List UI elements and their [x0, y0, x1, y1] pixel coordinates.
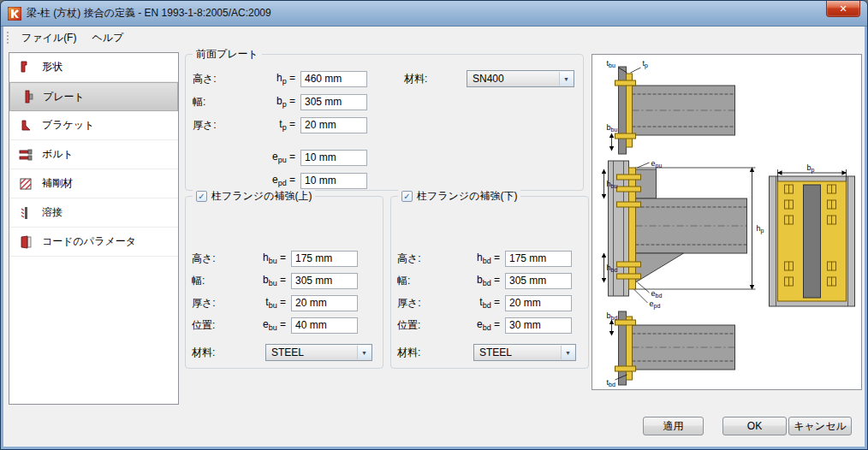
bracket-icon	[18, 118, 33, 133]
hp-symbol: hp =	[253, 72, 295, 86]
sidebar-item-bracket[interactable]: ブラケット	[9, 111, 178, 140]
menu-item-file[interactable]: ファイル(F)	[14, 27, 84, 49]
column-flange	[619, 67, 627, 154]
bbu-symbol: bbu =	[240, 274, 286, 287]
weld-icon	[18, 205, 33, 221]
front-material-value: SN400	[473, 73, 504, 85]
chevron-down-icon: ▼	[561, 346, 574, 359]
epu-input[interactable]	[300, 150, 367, 166]
upper-reinforcement-legend: 柱フランジの補強(上)	[211, 189, 312, 204]
tbd-label: 厚さ:	[397, 296, 449, 311]
bbu-input[interactable]	[291, 273, 358, 289]
hbu-input[interactable]	[291, 251, 358, 267]
bbd-symbol: bbd =	[449, 274, 500, 287]
tbu-input[interactable]	[291, 295, 358, 311]
diagram-side-view: epu hbu hbd hp ebd epd	[604, 159, 764, 310]
diagram-bottom-view: bbd tbd	[607, 311, 735, 388]
sidebar-item-label: 補剛材	[42, 176, 73, 191]
sidebar: 形状 プレート ブラケット	[9, 52, 179, 405]
front-material-select[interactable]: SN400 ▼	[467, 70, 574, 87]
sidebar-item-label: 溶接	[42, 205, 62, 220]
tp-label: 厚さ:	[193, 118, 253, 133]
ebu-input[interactable]	[291, 317, 358, 334]
close-button[interactable]: ✕	[826, 1, 860, 17]
dim-label-tp: tp	[643, 59, 649, 69]
hp-input[interactable]	[300, 71, 367, 87]
dim-label-bbd: bbd	[607, 311, 618, 321]
upper-reinforcement-checkbox[interactable]: ✓	[196, 191, 207, 202]
front-plate-legend: 前面プレート	[193, 47, 262, 62]
apply-button-label: 適用	[663, 419, 684, 434]
bbd-input[interactable]	[505, 273, 572, 289]
sidebar-item-plate[interactable]: プレート	[9, 82, 178, 111]
cancel-button[interactable]: キャンセル	[788, 417, 852, 435]
bolt	[617, 202, 641, 207]
shape-icon	[18, 60, 33, 75]
tbd-input[interactable]	[505, 295, 572, 311]
bolt	[617, 262, 641, 267]
chevron-down-icon: ▼	[559, 72, 573, 86]
epd-input[interactable]	[300, 173, 367, 189]
menu-bar: ファイル(F) ヘルプ	[3, 27, 865, 49]
apply-button[interactable]: 適用	[643, 417, 704, 435]
connection-diagram: tbu tp bbu	[592, 55, 861, 389]
ebd-symbol: ebd =	[449, 318, 500, 332]
plate-icon	[19, 89, 34, 104]
tbu-symbol: tbu =	[240, 296, 286, 310]
sidebar-item-label: コードのパラメータ	[42, 234, 136, 249]
app-icon	[8, 7, 21, 21]
menu-grip-icon	[7, 32, 9, 44]
sidebar-item-label: プレート	[43, 90, 85, 104]
dim-label-tbu: tbu	[607, 59, 615, 68]
bp-label: 幅:	[193, 95, 253, 110]
code-params-icon	[18, 234, 33, 250]
diagram-front-view: bp	[770, 163, 855, 306]
dim-label-tbd: tbd	[607, 378, 615, 388]
sidebar-item-stiffener[interactable]: 補剛材	[9, 169, 178, 198]
ok-button-label: OK	[747, 420, 762, 432]
upper-material-label: 材料:	[192, 346, 265, 360]
hp-label: 高さ:	[193, 72, 253, 86]
dialog-window: 梁-柱 (方杖) 接合の定義 - EN 1993-1-8:2005/AC:200…	[0, 0, 868, 450]
hbu-symbol: hbu =	[240, 252, 286, 265]
sidebar-item-bolt[interactable]: ボルト	[9, 140, 178, 169]
lower-reinforcement-group: ✓ 柱フランジの補強(下) 高さ: hbd = 幅: bbd = 厚さ: tbd…	[390, 196, 589, 369]
beam-web-front	[804, 185, 821, 298]
lower-reinforcement-legend: 柱フランジの補強(下)	[417, 189, 517, 204]
tbd-symbol: tbd =	[449, 296, 500, 310]
ebu-label: 位置:	[192, 318, 240, 333]
upper-reinforcement-plate	[636, 169, 657, 198]
hbd-input[interactable]	[505, 251, 572, 267]
bolt	[615, 320, 636, 325]
ebd-input[interactable]	[505, 317, 572, 334]
upper-reinforcement-group: ✓ 柱フランジの補強(上) 高さ: hbu = 幅: bbu = 厚さ: tbu…	[185, 196, 383, 369]
hbu-label: 高さ:	[192, 252, 240, 266]
tp-symbol: tp =	[253, 118, 295, 132]
bp-symbol: bp =	[253, 95, 295, 109]
menu-item-help[interactable]: ヘルプ	[84, 27, 131, 49]
window-title: 梁-柱 (方杖) 接合の定義 - EN 1993-1-8:2005/AC:200…	[27, 6, 271, 21]
bp-input[interactable]	[300, 94, 367, 110]
front-material-label: 材料:	[404, 72, 467, 86]
lower-material-select[interactable]: STEEL ▼	[473, 344, 576, 361]
bolt	[617, 175, 641, 180]
tp-input[interactable]	[300, 117, 367, 133]
lower-reinforcement-checkbox[interactable]: ✓	[401, 191, 413, 202]
epd-symbol: epd =	[253, 174, 295, 187]
dim-label-hp: hp	[757, 224, 764, 234]
end-plate	[629, 168, 636, 289]
hbd-label: 高さ:	[397, 252, 449, 266]
sidebar-item-shape[interactable]: 形状	[9, 53, 178, 82]
chevron-down-icon: ▼	[357, 346, 371, 359]
ebd-label: 位置:	[397, 318, 449, 333]
sidebar-item-code-parameters[interactable]: コードのパラメータ	[9, 228, 178, 257]
ok-button[interactable]: OK	[722, 417, 787, 435]
bolt	[617, 187, 641, 192]
upper-material-select[interactable]: STEEL ▼	[265, 344, 372, 361]
dim-label-ebd: ebd	[651, 289, 663, 299]
sidebar-item-label: 形状	[42, 60, 62, 74]
bolt	[615, 366, 636, 371]
sidebar-item-weld[interactable]: 溶接	[9, 198, 178, 228]
front-plate-legend-text: 前面プレート	[196, 47, 259, 62]
title-bar[interactable]: 梁-柱 (方杖) 接合の定義 - EN 1993-1-8:2005/AC:200…	[1, 1, 867, 27]
